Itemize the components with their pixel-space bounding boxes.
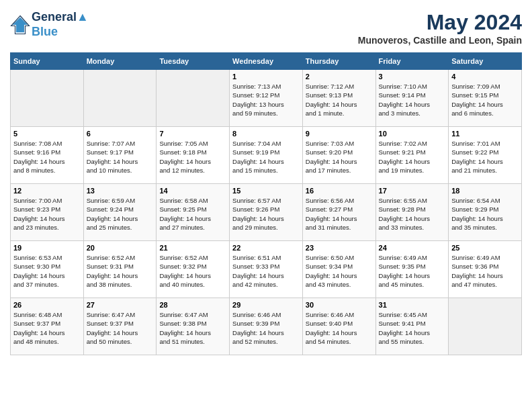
calendar-cell [83, 70, 157, 127]
page-header: General▲ Blue May 2024 Munoveros, Castil… [10, 10, 522, 46]
weekday-header: Saturday [449, 53, 522, 70]
day-number: 27 [87, 301, 154, 309]
calendar-cell: 9Sunrise: 7:03 AM Sunset: 9:20 PM Daylig… [302, 127, 375, 184]
calendar-cell [449, 298, 522, 355]
calendar-cell: 25Sunrise: 6:49 AM Sunset: 9:36 PM Dayli… [449, 241, 522, 298]
calendar-cell: 10Sunrise: 7:02 AM Sunset: 9:21 PM Dayli… [375, 127, 449, 184]
weekday-header: Tuesday [157, 53, 230, 70]
day-info: Sunrise: 7:05 AM Sunset: 9:18 PM Dayligh… [159, 139, 226, 175]
calendar-cell: 17Sunrise: 6:55 AM Sunset: 9:28 PM Dayli… [375, 184, 449, 241]
calendar-cell: 12Sunrise: 7:00 AM Sunset: 9:23 PM Dayli… [11, 184, 84, 241]
calendar-cell: 15Sunrise: 6:57 AM Sunset: 9:26 PM Dayli… [230, 184, 303, 241]
day-number: 24 [379, 244, 446, 252]
day-number: 21 [159, 244, 226, 252]
day-info: Sunrise: 7:02 AM Sunset: 9:21 PM Dayligh… [379, 139, 446, 175]
day-info: Sunrise: 6:52 AM Sunset: 9:32 PM Dayligh… [159, 253, 226, 289]
logo-text: General▲ Blue [32, 10, 89, 39]
calendar-cell: 19Sunrise: 6:53 AM Sunset: 9:30 PM Dayli… [11, 241, 84, 298]
day-number: 23 [306, 244, 373, 252]
day-number: 2 [306, 73, 373, 81]
day-info: Sunrise: 7:10 AM Sunset: 9:14 PM Dayligh… [379, 82, 446, 118]
day-info: Sunrise: 7:04 AM Sunset: 9:19 PM Dayligh… [232, 139, 300, 175]
weekday-header: Monday [83, 53, 157, 70]
calendar-cell: 14Sunrise: 6:58 AM Sunset: 9:25 PM Dayli… [157, 184, 230, 241]
day-info: Sunrise: 6:47 AM Sunset: 9:37 PM Dayligh… [87, 310, 154, 346]
day-number: 8 [232, 130, 300, 138]
day-number: 17 [379, 187, 446, 195]
day-number: 5 [13, 130, 81, 138]
day-info: Sunrise: 6:49 AM Sunset: 9:35 PM Dayligh… [379, 253, 446, 289]
calendar-cell: 1Sunrise: 7:13 AM Sunset: 9:12 PM Daylig… [230, 70, 303, 127]
calendar-week-row: 5Sunrise: 7:08 AM Sunset: 9:16 PM Daylig… [11, 127, 522, 184]
day-number: 1 [232, 73, 300, 81]
day-number: 26 [13, 301, 81, 309]
calendar-cell [11, 70, 84, 127]
calendar-cell: 20Sunrise: 6:52 AM Sunset: 9:31 PM Dayli… [83, 241, 157, 298]
day-info: Sunrise: 6:51 AM Sunset: 9:33 PM Dayligh… [232, 253, 300, 289]
weekday-header: Friday [375, 53, 449, 70]
day-info: Sunrise: 6:56 AM Sunset: 9:27 PM Dayligh… [306, 196, 373, 232]
day-number: 12 [13, 187, 81, 195]
day-number: 19 [13, 244, 81, 252]
day-info: Sunrise: 7:13 AM Sunset: 9:12 PM Dayligh… [232, 82, 300, 118]
day-info: Sunrise: 6:46 AM Sunset: 9:40 PM Dayligh… [306, 310, 373, 346]
month-title: May 2024 [358, 10, 522, 35]
calendar-cell: 29Sunrise: 6:46 AM Sunset: 9:39 PM Dayli… [230, 298, 303, 355]
day-info: Sunrise: 6:58 AM Sunset: 9:25 PM Dayligh… [159, 196, 226, 232]
day-info: Sunrise: 6:54 AM Sunset: 9:29 PM Dayligh… [451, 196, 519, 232]
day-info: Sunrise: 6:55 AM Sunset: 9:28 PM Dayligh… [379, 196, 446, 232]
weekday-header-row: SundayMondayTuesdayWednesdayThursdayFrid… [11, 53, 522, 70]
day-info: Sunrise: 6:52 AM Sunset: 9:31 PM Dayligh… [87, 253, 154, 289]
day-info: Sunrise: 7:01 AM Sunset: 9:22 PM Dayligh… [451, 139, 519, 175]
calendar-cell: 8Sunrise: 7:04 AM Sunset: 9:19 PM Daylig… [230, 127, 303, 184]
day-number: 16 [306, 187, 373, 195]
day-info: Sunrise: 7:08 AM Sunset: 9:16 PM Dayligh… [13, 139, 81, 175]
day-number: 7 [159, 130, 226, 138]
title-area: May 2024 Munoveros, Castille and Leon, S… [358, 10, 522, 46]
day-number: 20 [87, 244, 154, 252]
day-info: Sunrise: 6:45 AM Sunset: 9:41 PM Dayligh… [379, 310, 446, 346]
day-info: Sunrise: 6:48 AM Sunset: 9:37 PM Dayligh… [13, 310, 81, 346]
day-info: Sunrise: 6:50 AM Sunset: 9:34 PM Dayligh… [306, 253, 373, 289]
calendar-cell: 23Sunrise: 6:50 AM Sunset: 9:34 PM Dayli… [302, 241, 375, 298]
calendar-table: SundayMondayTuesdayWednesdayThursdayFrid… [10, 52, 522, 355]
day-number: 18 [451, 187, 519, 195]
day-number: 14 [159, 187, 226, 195]
calendar-cell: 11Sunrise: 7:01 AM Sunset: 9:22 PM Dayli… [449, 127, 522, 184]
calendar-cell: 28Sunrise: 6:47 AM Sunset: 9:38 PM Dayli… [157, 298, 230, 355]
day-info: Sunrise: 6:57 AM Sunset: 9:26 PM Dayligh… [232, 196, 300, 232]
day-number: 13 [87, 187, 154, 195]
day-number: 6 [87, 130, 154, 138]
calendar-cell: 30Sunrise: 6:46 AM Sunset: 9:40 PM Dayli… [302, 298, 375, 355]
calendar-cell: 6Sunrise: 7:07 AM Sunset: 9:17 PM Daylig… [83, 127, 157, 184]
calendar-week-row: 1Sunrise: 7:13 AM Sunset: 9:12 PM Daylig… [11, 70, 522, 127]
day-number: 31 [379, 301, 446, 309]
calendar-cell: 27Sunrise: 6:47 AM Sunset: 9:37 PM Dayli… [83, 298, 157, 355]
day-info: Sunrise: 6:46 AM Sunset: 9:39 PM Dayligh… [232, 310, 300, 346]
day-number: 9 [306, 130, 373, 138]
day-info: Sunrise: 6:53 AM Sunset: 9:30 PM Dayligh… [13, 253, 81, 289]
calendar-cell [157, 70, 230, 127]
calendar-cell: 24Sunrise: 6:49 AM Sunset: 9:35 PM Dayli… [375, 241, 449, 298]
weekday-header: Wednesday [230, 53, 303, 70]
day-info: Sunrise: 6:59 AM Sunset: 9:24 PM Dayligh… [87, 196, 154, 232]
day-number: 30 [306, 301, 373, 309]
calendar-cell: 4Sunrise: 7:09 AM Sunset: 9:15 PM Daylig… [449, 70, 522, 127]
calendar-week-row: 19Sunrise: 6:53 AM Sunset: 9:30 PM Dayli… [11, 241, 522, 298]
day-number: 28 [159, 301, 226, 309]
day-info: Sunrise: 7:00 AM Sunset: 9:23 PM Dayligh… [13, 196, 81, 232]
day-number: 29 [232, 301, 300, 309]
calendar-cell: 3Sunrise: 7:10 AM Sunset: 9:14 PM Daylig… [375, 70, 449, 127]
calendar-cell: 2Sunrise: 7:12 AM Sunset: 9:13 PM Daylig… [302, 70, 375, 127]
calendar-cell: 26Sunrise: 6:48 AM Sunset: 9:37 PM Dayli… [11, 298, 84, 355]
day-info: Sunrise: 7:09 AM Sunset: 9:15 PM Dayligh… [451, 82, 519, 118]
logo: General▲ Blue [10, 10, 89, 39]
day-number: 4 [451, 73, 519, 81]
calendar-cell: 21Sunrise: 6:52 AM Sunset: 9:32 PM Dayli… [157, 241, 230, 298]
day-number: 10 [379, 130, 446, 138]
day-info: Sunrise: 6:49 AM Sunset: 9:36 PM Dayligh… [451, 253, 519, 289]
calendar-cell: 7Sunrise: 7:05 AM Sunset: 9:18 PM Daylig… [157, 127, 230, 184]
calendar-week-row: 26Sunrise: 6:48 AM Sunset: 9:37 PM Dayli… [11, 298, 522, 355]
calendar-cell: 31Sunrise: 6:45 AM Sunset: 9:41 PM Dayli… [375, 298, 449, 355]
weekday-header: Sunday [11, 53, 84, 70]
